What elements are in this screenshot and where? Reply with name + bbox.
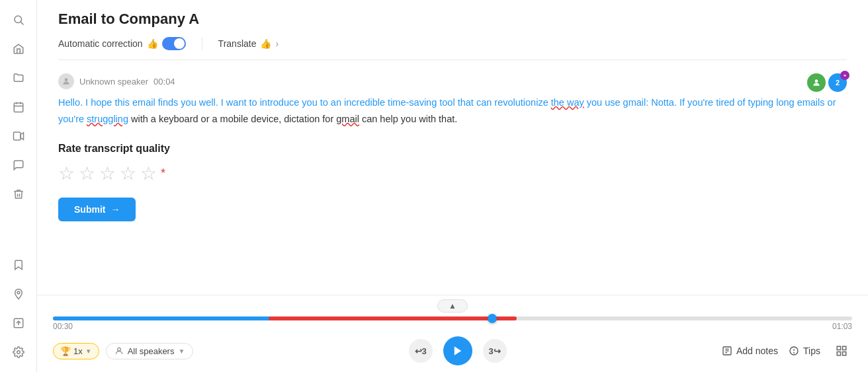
sidebar-item-location[interactable]	[7, 282, 30, 306]
play-icon	[452, 345, 464, 357]
progress-row	[37, 314, 868, 320]
sidebar-item-settings[interactable]	[7, 340, 30, 364]
skip-back-button[interactable]: ↩ 3	[409, 339, 433, 363]
sidebar-item-upload[interactable]	[7, 311, 30, 335]
collapse-button[interactable]: ▲	[437, 299, 468, 313]
skip-forward-button[interactable]: 3 ↪	[483, 339, 507, 363]
star-4[interactable]: ☆	[120, 163, 136, 184]
transcript-underline-struggling: struggling	[87, 114, 128, 124]
collapse-icon: ▲	[449, 301, 456, 311]
star-5[interactable]: ☆	[140, 163, 157, 184]
svg-point-12	[117, 348, 120, 351]
speed-chevron-icon: ▼	[85, 348, 92, 355]
svg-point-7	[17, 291, 20, 294]
speaker-info: Unknown speaker 00:04	[58, 73, 847, 89]
page-title: Email to Company A	[58, 11, 847, 28]
collab-badge: +	[840, 71, 849, 80]
rate-section: Rate transcript quality ☆ ☆ ☆ ☆ ☆ * Subm…	[58, 143, 847, 221]
controls-center: ↩ 3 3 ↪	[409, 336, 507, 365]
controls-row: 🏆 1x ▼ All speakers ▼ ↩ 3	[37, 332, 868, 372]
progress-fill-red	[269, 316, 516, 320]
controls-right: Add notes Tips	[722, 340, 852, 361]
svg-point-10	[65, 78, 68, 81]
star-2[interactable]: ☆	[79, 163, 95, 184]
sidebar	[0, 0, 37, 372]
sidebar-item-home[interactable]	[7, 37, 30, 61]
submit-button[interactable]: Submit →	[58, 198, 136, 221]
stars-row: ☆ ☆ ☆ ☆ ☆ *	[58, 163, 847, 184]
translate-label: Translate	[218, 38, 257, 49]
svg-rect-24	[842, 352, 846, 355]
auto-correction-emoji: 👍	[147, 38, 158, 49]
sidebar-item-chat[interactable]	[7, 153, 30, 177]
auto-correction-label: Automatic correction	[58, 38, 143, 49]
speaker-name: Unknown speaker	[79, 77, 148, 87]
svg-point-0	[15, 16, 22, 23]
speakers-button[interactable]: All speakers ▼	[106, 343, 194, 359]
skip-back-seconds: 3	[422, 346, 427, 356]
controls-left: 🏆 1x ▼ All speakers ▼	[53, 343, 193, 359]
rate-title: Rate transcript quality	[58, 143, 847, 155]
speed-label: 1x	[73, 346, 83, 356]
main-content: Email to Company A Automatic correction …	[37, 0, 868, 372]
svg-rect-6	[13, 132, 21, 140]
toolbar-divider	[202, 37, 202, 50]
skip-forward-seconds: 3	[489, 346, 494, 356]
svg-point-9	[17, 351, 20, 354]
time-row: 00:30 01:03	[37, 320, 868, 332]
transcript-highlighted: Hello. I hope this email finds you well.…	[58, 97, 836, 124]
content-area: Email to Company A Automatic correction …	[37, 0, 868, 295]
tips-button[interactable]: Tips	[789, 346, 820, 356]
svg-rect-21	[837, 346, 840, 350]
skip-forward-label: ↪	[494, 346, 501, 356]
sidebar-item-bookmark[interactable]	[7, 253, 30, 277]
svg-rect-2	[14, 103, 23, 112]
star-3[interactable]: ☆	[99, 163, 116, 184]
player-bar: ▲ 00:30 01:03 🏆 1x ▼	[37, 295, 868, 372]
tips-icon	[789, 346, 799, 356]
star-1[interactable]: ☆	[58, 163, 75, 184]
transcript-text: Hello. I hope this email finds you well.…	[58, 94, 847, 127]
time-current: 00:30	[53, 322, 73, 331]
speed-emoji: 🏆	[60, 346, 71, 356]
speaker-avatar	[58, 73, 74, 89]
add-notes-label: Add notes	[736, 346, 778, 356]
speakers-chevron-icon: ▼	[178, 348, 185, 355]
translate-emoji: 👍	[260, 38, 271, 49]
svg-line-1	[21, 22, 23, 24]
svg-marker-13	[454, 346, 461, 355]
svg-rect-22	[842, 346, 846, 350]
collab-icon-green	[807, 73, 826, 92]
play-button[interactable]	[443, 336, 472, 365]
grid-button[interactable]	[831, 340, 852, 361]
tips-label: Tips	[803, 346, 820, 356]
svg-point-11	[815, 79, 818, 83]
sidebar-item-search[interactable]	[7, 8, 30, 32]
sidebar-item-calendar[interactable]	[7, 95, 30, 119]
submit-arrow-icon: →	[110, 204, 120, 215]
collapse-handle: ▲	[37, 295, 868, 314]
person-icon	[114, 346, 124, 355]
auto-correction-item: Automatic correction 👍	[58, 37, 186, 50]
speaker-timestamp: 00:04	[153, 77, 175, 87]
sidebar-item-folder[interactable]	[7, 66, 30, 90]
collab-icons: 2 +	[807, 73, 847, 92]
add-notes-button[interactable]: Add notes	[722, 346, 778, 356]
transcript-underline-gmail: gmail	[336, 114, 359, 124]
collab-icon-blue: 2 +	[828, 73, 847, 92]
submit-label: Submit	[74, 204, 105, 215]
speed-button[interactable]: 🏆 1x ▼	[53, 343, 99, 359]
grid-icon	[836, 345, 847, 357]
transcript-underline-the-way: the way	[551, 97, 584, 108]
time-total: 01:03	[832, 322, 852, 331]
sidebar-item-video[interactable]	[7, 124, 30, 148]
collab-count: 2	[836, 79, 840, 87]
transcript-block: Unknown speaker 00:04 2 + Hello. I hope …	[58, 73, 847, 127]
required-marker: *	[161, 167, 165, 180]
sidebar-item-trash[interactable]	[7, 182, 30, 206]
skip-back-label: ↩	[415, 346, 422, 356]
translate-arrow-icon[interactable]: ›	[275, 38, 279, 49]
progress-bar[interactable]	[53, 316, 852, 320]
auto-correction-toggle[interactable]	[162, 37, 186, 50]
svg-point-20	[794, 352, 795, 353]
